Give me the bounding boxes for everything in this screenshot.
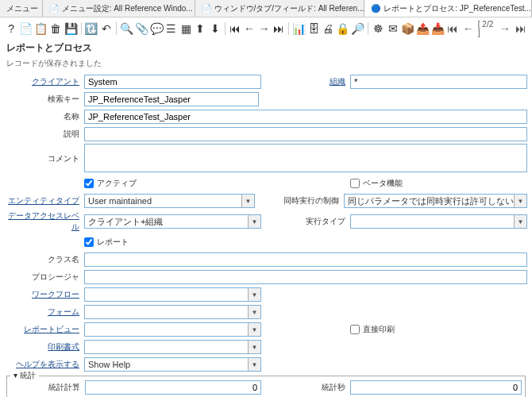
chevron-down-icon[interactable]: ▼ bbox=[248, 341, 260, 353]
tab-menu[interactable]: メニュー bbox=[0, 0, 43, 17]
grid-icon[interactable]: ▦ bbox=[179, 21, 192, 36]
undo-icon[interactable]: ↶ bbox=[99, 21, 112, 36]
copy-icon[interactable]: 📋 bbox=[34, 21, 48, 36]
chevron-down-icon[interactable]: ▼ bbox=[248, 288, 260, 301]
detail-icon[interactable]: ⬇ bbox=[209, 21, 222, 36]
nav-last-icon[interactable]: ⏭ bbox=[515, 21, 527, 36]
toolbar: ?📄📋🗑💾🔃↶🔍📎💬☰▦⬆⬇⏮←→⏭📊🗄🖨🔒🔎☸✉📦📤📥 ⏮ ← [ 2/2 ]… bbox=[0, 17, 532, 40]
searchkey-label: 検索キー bbox=[5, 94, 84, 105]
workflow-label[interactable]: ワークフロー bbox=[5, 289, 84, 300]
printformat-combo[interactable]: ▼ bbox=[84, 340, 261, 354]
workflow-icon[interactable]: ☸ bbox=[372, 21, 384, 36]
attach-icon[interactable]: 📎 bbox=[135, 21, 148, 36]
desc-field[interactable] bbox=[84, 127, 527, 141]
client-field[interactable] bbox=[84, 75, 261, 89]
classname-field[interactable] bbox=[84, 252, 527, 267]
report-icon[interactable]: 📊 bbox=[292, 21, 306, 36]
chevron-down-icon[interactable]: ▼ bbox=[514, 195, 526, 207]
statsec-field[interactable] bbox=[350, 380, 522, 395]
chevron-down-icon[interactable]: ▼ bbox=[248, 323, 260, 336]
stats-section-toggle[interactable]: ▾ 統計 bbox=[10, 370, 39, 381]
chevron-down-icon[interactable]: ▼ bbox=[248, 215, 260, 228]
client-label[interactable]: クライアント bbox=[5, 76, 84, 87]
reportview-combo[interactable]: ▼ bbox=[84, 322, 261, 337]
dataaccess-label[interactable]: データアクセスレベル bbox=[5, 210, 84, 233]
showhelp-combo[interactable]: Show Help▼ bbox=[84, 357, 261, 372]
directprint-label: 直接印刷 bbox=[363, 324, 395, 335]
window-icon: 📄 bbox=[202, 4, 211, 13]
last-icon[interactable]: ⏭ bbox=[272, 21, 285, 36]
next-icon[interactable]: → bbox=[257, 21, 270, 36]
active-label: アクティブ bbox=[97, 178, 137, 189]
form-label[interactable]: フォーム bbox=[5, 306, 84, 318]
print-icon[interactable]: 🖨 bbox=[322, 21, 334, 36]
product-icon[interactable]: 📦 bbox=[401, 21, 414, 36]
page-title: レポートとプロセス bbox=[0, 40, 532, 56]
exectype-combo[interactable]: ▼ bbox=[350, 214, 527, 229]
toolbar-separator bbox=[225, 22, 226, 35]
statsec-label: 統計秒 bbox=[271, 382, 350, 393]
stats-section: ▾ 統計 統計計算 統計秒 bbox=[6, 376, 526, 397]
procedure-field[interactable] bbox=[84, 270, 527, 284]
parent-icon[interactable]: ⬆ bbox=[194, 21, 206, 36]
tab-menusetting[interactable]: 📄メニュー設定: All Reference Windo...× bbox=[43, 0, 195, 17]
zoom-icon[interactable]: 🔎 bbox=[351, 21, 364, 36]
import-icon[interactable]: 📥 bbox=[431, 21, 445, 36]
reportview-label[interactable]: レポートビュー bbox=[5, 324, 84, 335]
refresh-icon[interactable]: 🔃 bbox=[84, 21, 98, 36]
chevron-down-icon[interactable]: ▼ bbox=[241, 195, 254, 207]
tab-reportprocess[interactable]: 🔵レポートとプロセス: JP_ReferenceTest...× bbox=[364, 0, 532, 17]
help-icon[interactable]: ? bbox=[5, 21, 17, 36]
org-label[interactable]: 組織 bbox=[271, 76, 350, 87]
prev-icon[interactable]: ← bbox=[243, 21, 256, 36]
find-icon[interactable]: 🔍 bbox=[120, 21, 133, 36]
printformat-label[interactable]: 印刷書式 bbox=[5, 341, 84, 353]
delete-icon[interactable]: 🗑 bbox=[49, 21, 62, 36]
lock-icon[interactable]: 🔒 bbox=[336, 21, 349, 36]
chevron-down-icon[interactable]: ▼ bbox=[248, 358, 260, 371]
searchkey-field[interactable] bbox=[84, 92, 259, 106]
record-counter: [ 2/2 ] bbox=[478, 20, 495, 37]
directprint-checkbox[interactable] bbox=[350, 325, 360, 334]
toolbar-separator bbox=[368, 22, 368, 35]
report-checkbox[interactable] bbox=[84, 237, 94, 247]
form-combo[interactable]: ▼ bbox=[84, 305, 261, 319]
archive-icon[interactable]: 🗄 bbox=[307, 21, 320, 36]
beta-label: ベータ機能 bbox=[363, 178, 403, 189]
name-label: 名称 bbox=[5, 111, 84, 122]
status-message: レコードが保存されました bbox=[0, 56, 532, 71]
nav-first-icon[interactable]: ⏮ bbox=[446, 21, 459, 36]
workflow-combo[interactable]: ▼ bbox=[84, 287, 261, 302]
toggle-icon[interactable]: ☰ bbox=[165, 21, 178, 36]
chevron-down-icon[interactable]: ▼ bbox=[514, 215, 526, 228]
org-field[interactable] bbox=[350, 75, 527, 89]
export-icon[interactable]: 📤 bbox=[416, 21, 430, 36]
process-icon: 🔵 bbox=[371, 4, 380, 13]
comment-field[interactable] bbox=[84, 144, 527, 172]
toolbar-separator bbox=[288, 22, 289, 35]
chevron-down-icon[interactable]: ▼ bbox=[248, 306, 260, 318]
chat-icon[interactable]: 💬 bbox=[150, 21, 164, 36]
classname-label: クラス名 bbox=[5, 254, 84, 265]
request-icon[interactable]: ✉ bbox=[386, 21, 399, 36]
save-icon[interactable]: 💾 bbox=[64, 21, 78, 36]
record-nav: ⏮ ← [ 2/2 ] → ⏭ bbox=[446, 20, 527, 37]
tab-windowtab[interactable]: 📄ウィンドウ/タブ/フィールド: All Referen...× bbox=[195, 0, 365, 17]
new-icon[interactable]: 📄 bbox=[19, 21, 33, 36]
nav-next-icon[interactable]: → bbox=[499, 21, 511, 36]
entitytype-combo[interactable]: User maintained▼ bbox=[84, 194, 255, 208]
concurrent-combo[interactable]: 同じパラメータでは同時実行は許可しない▼ bbox=[344, 194, 527, 208]
showhelp-label[interactable]: ヘルプを表示する bbox=[5, 359, 84, 370]
report-label: レポート bbox=[97, 237, 129, 248]
first-icon[interactable]: ⏮ bbox=[229, 21, 241, 36]
toolbar-separator bbox=[116, 22, 117, 35]
statcalc-field[interactable] bbox=[85, 380, 261, 395]
comment-label: コメント bbox=[5, 153, 84, 164]
entitytype-label[interactable]: エンティティタイプ bbox=[5, 195, 84, 206]
dataaccess-combo[interactable]: クライアント+組織▼ bbox=[84, 214, 261, 229]
nav-prev-icon[interactable]: ← bbox=[462, 21, 475, 36]
active-checkbox[interactable] bbox=[84, 179, 94, 188]
beta-checkbox[interactable] bbox=[350, 179, 360, 188]
name-field[interactable] bbox=[84, 110, 527, 124]
tab-bar: メニュー 📄メニュー設定: All Reference Windo...× 📄ウ… bbox=[0, 0, 532, 17]
